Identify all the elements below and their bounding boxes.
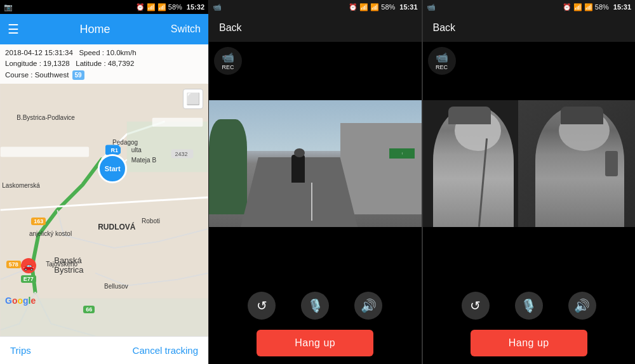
rec-label-2: REC xyxy=(436,64,448,70)
label-laskomerska: Laskomerská xyxy=(2,182,39,189)
wall-right xyxy=(340,123,421,214)
course-label: Course : Southwest xyxy=(5,71,69,79)
wifi-icon-p3: 📶 xyxy=(573,3,582,11)
video-header-1: Back xyxy=(209,14,422,42)
hang-up-button-1[interactable]: Hang up xyxy=(257,330,373,356)
map-overlay-button[interactable]: ⬜ xyxy=(183,89,203,109)
headrest-left xyxy=(448,107,491,124)
alarm-icon-p2: ⏰ xyxy=(349,3,358,11)
headrest-right xyxy=(561,107,603,124)
info-row-2: Longitude : 19,1328 Latitude : 48,7392 xyxy=(5,58,203,69)
sign-text: ↑ xyxy=(401,152,403,155)
system-icons: ⏰ 📶 📶 58% 15:32 xyxy=(136,3,204,11)
app-title: Home xyxy=(79,23,110,36)
black-top-1 xyxy=(209,42,422,100)
road-badge-66: 66 xyxy=(83,306,95,313)
label-rudlova: RUDLOVÁ xyxy=(98,223,135,231)
switch-button[interactable]: Switch xyxy=(171,23,201,35)
tree-left xyxy=(209,119,247,214)
video-panel-interior: 📹 ⏰ 📶 📶 58% 15:31 Back 📹 REC xyxy=(422,0,636,364)
volume-button-2[interactable]: 🔊 xyxy=(568,292,596,320)
label-bystrica-podlavice: B.Bystrica-Podlavice xyxy=(17,114,75,121)
svg-text:2432: 2432 xyxy=(175,151,188,157)
svg-rect-3 xyxy=(1,146,89,157)
start-label: Start xyxy=(105,165,121,172)
label-bellusov: Bellusov xyxy=(104,283,128,290)
video-controls-1: ↺ 🎙️ 🔊 xyxy=(209,285,422,326)
rotate-icon-1: ↺ xyxy=(257,298,267,313)
rec-icon-2: 📹 xyxy=(436,51,448,63)
map-background: 2432 B.Bystrica-Podlavice Pedagog ulta M… xyxy=(0,84,208,336)
battery-pct: 58% xyxy=(168,3,182,11)
battery-p3: 58% xyxy=(595,3,609,11)
google-logo: Google xyxy=(5,296,36,306)
rec-icon-1: 📹 xyxy=(222,51,234,63)
hang-up-button-2[interactable]: Hang up xyxy=(471,330,587,356)
wifi-icon: 📶 xyxy=(147,3,156,11)
volume-icon-1: 🔊 xyxy=(361,298,377,313)
phone-object xyxy=(605,151,618,176)
latitude-label: Latitude : 48,7392 xyxy=(76,60,134,67)
speed-label: Speed : 10.0km/h xyxy=(79,49,136,56)
cancel-tracking-button[interactable]: Cancel tracking xyxy=(133,345,198,356)
interior-cam-feed xyxy=(423,100,636,227)
dashcam-feed-1: ↑ xyxy=(209,100,422,227)
label-roboti: Roboti xyxy=(142,218,160,224)
hang-up-bar-2: Hang up xyxy=(423,326,636,364)
alarm-icon: ⏰ xyxy=(136,3,145,11)
mute-video-button-1[interactable]: 🎙️ xyxy=(301,292,329,320)
road-badge-e77: E77 xyxy=(21,275,36,283)
back-button-2[interactable]: Back xyxy=(433,22,456,34)
rec-button-1[interactable]: 📹 REC xyxy=(214,47,242,75)
trips-button[interactable]: Trips xyxy=(10,345,31,356)
rec-label-1: REC xyxy=(222,64,234,70)
video-header-2: Back xyxy=(423,14,636,42)
rec-button-2[interactable]: 📹 REC xyxy=(428,47,456,75)
label-ulta: ulta xyxy=(131,146,142,153)
status-bar-video1: 📹 ⏰ 📶 📶 58% 15:31 xyxy=(209,0,422,14)
road-badge-r1: R1 xyxy=(109,146,121,154)
dashcam-scene-1: ↑ xyxy=(209,100,422,227)
volume-button-1[interactable]: 🔊 xyxy=(354,292,382,320)
cam-icon-p2: 📹 xyxy=(213,3,222,11)
video-content-1: 📹 REC ↑ xyxy=(209,42,422,285)
cam-icon-p3: 📹 xyxy=(427,3,436,11)
wifi-icon-p2: 📶 xyxy=(359,3,368,11)
time-display: 15:32 xyxy=(187,3,204,11)
car-icon: 🚗 xyxy=(21,258,36,273)
rotate-button-2[interactable]: ↺ xyxy=(462,292,490,320)
battery-p2: 58% xyxy=(381,3,395,11)
signal-icon: 📶 xyxy=(157,3,166,11)
volume-icon-2: 🔊 xyxy=(574,298,590,313)
rotate-button-1[interactable]: ↺ xyxy=(248,292,276,320)
video-content-2: 📹 REC xyxy=(423,42,636,285)
mute-video-button-2[interactable]: 🎙️ xyxy=(515,292,543,320)
time-p3: 15:31 xyxy=(613,3,631,11)
system-icons-p3: ⏰ 📶 📶 58% 15:31 xyxy=(563,3,631,11)
info-row-3: Course : Southwest 59 xyxy=(5,70,203,81)
black-bottom-1 xyxy=(209,227,422,285)
longitude-label: Longitude : 19,1328 xyxy=(5,60,70,67)
rotate-icon-2: ↺ xyxy=(470,298,481,313)
label-tajovske: Tajovského xyxy=(46,261,77,268)
signal-icon-p3: 📶 xyxy=(584,3,593,11)
info-row-1: 2018-04-12 15:31:34 Speed : 10.0km/h xyxy=(5,48,203,58)
system-icons-p2: ⏰ 📶 📶 58% 15:31 xyxy=(349,3,417,11)
speed-badge: 59 xyxy=(72,70,84,80)
status-bar-map: 📷 ⏰ 📶 📶 58% 15:32 xyxy=(0,0,208,14)
mute-video-icon-1: 🎙️ xyxy=(307,298,323,313)
status-bar-video2: 📹 ⏰ 📶 📶 58% 15:31 xyxy=(423,0,636,14)
road-marking xyxy=(311,183,312,221)
menu-icon[interactable]: ☰ xyxy=(8,22,19,37)
label-pedagog: Pedagog xyxy=(112,139,138,146)
interior-scene xyxy=(423,100,636,227)
black-bottom-2 xyxy=(423,227,636,285)
time-p2: 15:31 xyxy=(399,3,417,11)
black-top-2 xyxy=(423,42,636,100)
road-badge-578: 578 xyxy=(6,261,21,268)
map-area[interactable]: 2432 B.Bystrica-Podlavice Pedagog ulta M… xyxy=(0,84,208,336)
video-panel-front: 📹 ⏰ 📶 📶 58% 15:31 Back 📹 REC xyxy=(208,0,422,364)
label-kostol: anjelický kostol xyxy=(29,230,72,237)
signal-icon-p2: 📶 xyxy=(370,3,379,11)
back-button-1[interactable]: Back xyxy=(219,22,242,34)
